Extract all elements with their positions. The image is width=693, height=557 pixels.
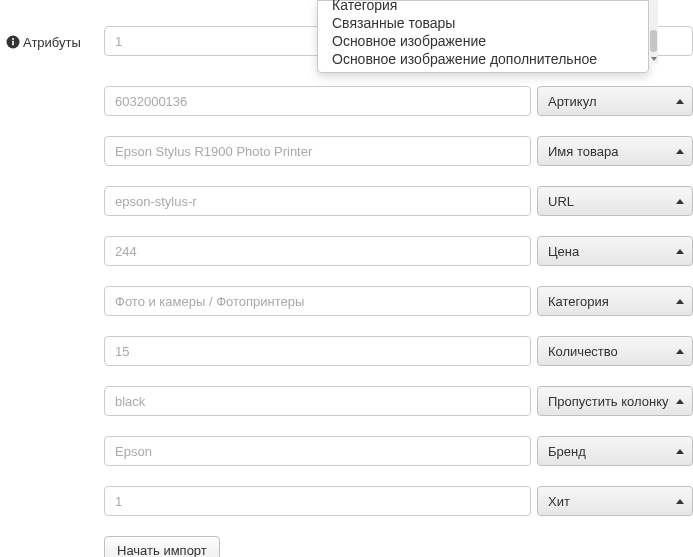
attribute-type-select[interactable]: Категория xyxy=(537,286,693,316)
select-value: URL xyxy=(548,194,670,209)
caret-up-icon xyxy=(676,299,684,304)
caret-up-icon xyxy=(676,199,684,204)
caret-up-icon xyxy=(676,399,684,404)
start-import-button[interactable]: Начать импорт xyxy=(104,536,220,557)
attribute-type-select[interactable]: Бренд xyxy=(537,436,693,466)
select-value: Пропустить колонку xyxy=(548,394,670,409)
caret-up-icon xyxy=(676,149,684,154)
attribute-value-input[interactable]: black xyxy=(104,386,531,416)
attribute-type-dropdown-menu[interactable]: Категория Связанные товары Основное изоб… xyxy=(317,0,649,73)
attribute-value-input[interactable]: 1 xyxy=(104,486,531,516)
attribute-type-select[interactable]: Имя товара xyxy=(537,136,693,166)
caret-up-icon xyxy=(676,99,684,104)
select-value: Хит xyxy=(548,494,670,509)
select-value: Артикул xyxy=(548,94,670,109)
attribute-type-select[interactable]: Хит xyxy=(537,486,693,516)
select-value: Количество xyxy=(548,344,670,359)
attribute-type-select[interactable]: Пропустить колонку xyxy=(537,386,693,416)
attribute-type-select[interactable]: Количество xyxy=(537,336,693,366)
attribute-type-select[interactable]: URL xyxy=(537,186,693,216)
select-value: Имя товара xyxy=(548,144,670,159)
attribute-type-select[interactable]: Цена xyxy=(537,236,693,266)
select-value: Цена xyxy=(548,244,670,259)
attribute-type-select[interactable]: Артикул xyxy=(537,86,693,116)
attribute-value-input[interactable]: Epson xyxy=(104,436,531,466)
dropdown-scrollbar[interactable] xyxy=(649,0,658,64)
dropdown-option[interactable]: Категория xyxy=(318,0,648,14)
attribute-value-input[interactable]: 15 xyxy=(104,336,531,366)
attribute-value-input[interactable]: epson-stylus-r xyxy=(104,186,531,216)
svg-point-2 xyxy=(12,38,14,40)
attribute-value-input[interactable]: Epson Stylus R1900 Photo Printer xyxy=(104,136,531,166)
svg-rect-1 xyxy=(12,41,14,46)
scrollbar-thumb[interactable] xyxy=(650,30,657,52)
select-value: Бренд xyxy=(548,444,670,459)
select-value: Категория xyxy=(548,294,670,309)
attribute-value-input[interactable]: 244 xyxy=(104,236,531,266)
attribute-value-input[interactable]: Фото и камеры / Фотопринтеры xyxy=(104,286,531,316)
caret-up-icon xyxy=(676,499,684,504)
caret-up-icon xyxy=(676,349,684,354)
dropdown-option[interactable]: Основное изображение xyxy=(318,32,648,50)
attribute-value-input[interactable]: 6032000136 xyxy=(104,86,531,116)
caret-up-icon xyxy=(676,249,684,254)
info-icon xyxy=(6,35,20,49)
attributes-label: Атрибуты xyxy=(0,35,95,50)
dropdown-option[interactable]: Основное изображение дополнительное xyxy=(318,50,648,68)
dropdown-option[interactable]: Связанные товары xyxy=(318,14,648,32)
scrollbar-down-button[interactable] xyxy=(649,54,658,64)
caret-up-icon xyxy=(676,449,684,454)
